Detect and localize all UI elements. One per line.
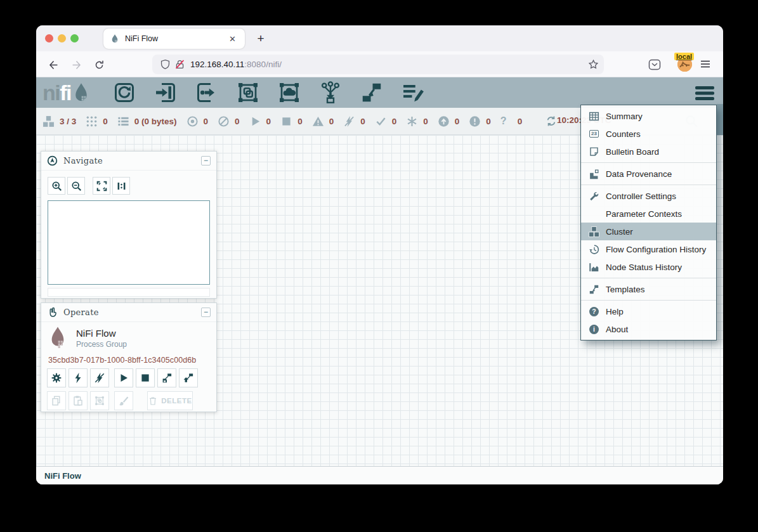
- status-value: 0: [360, 117, 365, 126]
- status-disabled: 0: [343, 115, 365, 127]
- status-stale: 0: [438, 115, 460, 127]
- close-window-button[interactable]: [45, 34, 53, 42]
- stop-square-button[interactable]: [136, 368, 155, 387]
- menu-divider: [581, 300, 716, 301]
- copy-button[interactable]: [47, 391, 66, 410]
- color-brush-button[interactable]: [114, 391, 133, 410]
- status-locally-modified-stale: 0: [469, 115, 491, 127]
- zoom-in-button[interactable]: [48, 177, 65, 195]
- status-up-to-date: 0: [375, 115, 397, 127]
- zoom-out-button[interactable]: [67, 177, 85, 195]
- revert-flow-version-button[interactable]: [179, 368, 198, 387]
- new-tab-button[interactable]: +: [252, 30, 269, 47]
- menu-item-data-provenance[interactable]: Data Provenance: [581, 165, 716, 183]
- zoom-fit-button[interactable]: [93, 177, 110, 195]
- url-bar[interactable]: 192.168.40.11:8080/nifi/: [152, 55, 604, 74]
- save-flow-version-button[interactable]: [157, 368, 176, 387]
- processor-icon[interactable]: [113, 81, 136, 104]
- disable-lightning-slash-button[interactable]: [90, 368, 109, 387]
- global-menu: Summary23CountersBulletin BoardData Prov…: [580, 105, 717, 341]
- not-transmitting-icon: [218, 115, 230, 127]
- menu-item-counters[interactable]: 23Counters: [581, 125, 716, 143]
- status-value: 0: [392, 117, 397, 126]
- menu-item-cluster[interactable]: Cluster: [581, 223, 716, 240]
- menu-item-controller-settings[interactable]: Controller Settings: [581, 187, 716, 205]
- menu-item-label: Templates: [606, 285, 645, 294]
- delete-button[interactable]: DELETE: [147, 391, 193, 410]
- disabled-icon: [343, 115, 355, 127]
- reload-button[interactable]: [91, 56, 107, 73]
- browser-tab[interactable]: NiFi Flow ✕: [103, 29, 245, 49]
- bookmark-star-icon[interactable]: [588, 59, 599, 70]
- back-button[interactable]: [45, 56, 62, 73]
- menu-item-help[interactable]: ?Help: [581, 302, 716, 320]
- menu-item-summary[interactable]: Summary: [581, 107, 716, 125]
- menu-item-flow-configuration-history[interactable]: Flow Configuration History: [581, 240, 716, 258]
- maximize-window-button[interactable]: [70, 34, 79, 42]
- running-icon: [249, 115, 261, 127]
- menu-item-label: Node Status History: [606, 263, 682, 272]
- template-icon[interactable]: [360, 81, 383, 104]
- operate-collapse-button[interactable]: −: [201, 308, 211, 317]
- browser-navbar: 192.168.40.11:8080/nifi/ local: [36, 51, 723, 77]
- sync-failure-icon: ?: [500, 115, 513, 127]
- remote-process-group-icon[interactable]: [278, 81, 301, 104]
- status-transmitting: 0: [186, 115, 209, 127]
- none-icon: [589, 209, 599, 219]
- browser-window: NiFi Flow ✕ + 192.168.40.11:8080/nifi/ l…: [36, 25, 723, 484]
- menu-item-label: Flow Configuration History: [606, 245, 706, 254]
- navigate-title: Navigate: [63, 156, 201, 165]
- operate-glove-icon: [47, 307, 58, 318]
- start-play-button[interactable]: [114, 368, 133, 387]
- menu-item-about[interactable]: iAbout: [581, 320, 716, 338]
- menu-divider: [581, 278, 716, 278]
- wrench-icon: [589, 191, 599, 202]
- navigate-collapse-button[interactable]: −: [201, 156, 211, 165]
- navigate-header[interactable]: Navigate −: [41, 152, 216, 171]
- funnel-icon[interactable]: [319, 81, 342, 104]
- firefox-menu-icon[interactable]: [700, 58, 711, 70]
- zoom-actual-button[interactable]: [112, 177, 130, 195]
- stopped-icon: [280, 115, 292, 127]
- paste-button[interactable]: [69, 391, 88, 410]
- breadcrumb[interactable]: NiFi Flow: [44, 471, 81, 481]
- status-invalid: 0: [312, 115, 334, 127]
- configure-gear-button[interactable]: [47, 368, 66, 387]
- menu-item-label: Summary: [606, 112, 643, 121]
- menu-divider: [581, 162, 716, 163]
- operate-title: Operate: [63, 308, 201, 317]
- nifi-header-toolbar: nifi: [36, 77, 723, 108]
- navigate-minimap[interactable]: [48, 200, 210, 285]
- process-group-icon[interactable]: [237, 81, 259, 104]
- cluster-cubes-icon: [589, 226, 599, 237]
- nifi-global-menu-icon[interactable]: [695, 86, 715, 100]
- threads-grid-icon: [86, 115, 98, 127]
- info-circle-icon: i: [589, 324, 599, 335]
- menu-item-bulletin-board[interactable]: Bulletin Board: [581, 143, 716, 160]
- url-text[interactable]: 192.168.40.11:8080/nifi/: [190, 60, 588, 69]
- tab-title: NiFi Flow: [125, 34, 226, 43]
- shield-icon[interactable]: [160, 59, 171, 70]
- label-icon[interactable]: [402, 81, 424, 104]
- menu-item-node-status-history[interactable]: Node Status History: [581, 258, 716, 276]
- status-sync-failure: ?0: [500, 115, 523, 127]
- status-value: 0: [103, 117, 108, 126]
- output-port-icon[interactable]: [195, 81, 218, 104]
- delete-label: DELETE: [161, 397, 192, 405]
- menu-item-parameter-contexts[interactable]: Parameter Contexts: [581, 205, 716, 223]
- group-button[interactable]: [90, 391, 109, 410]
- profile-badge: local: [674, 53, 694, 60]
- status-running: 0: [249, 115, 271, 127]
- breadcrumb-bar: NiFi Flow: [36, 466, 723, 484]
- input-port-icon[interactable]: [154, 81, 177, 104]
- insecure-lock-icon[interactable]: [174, 59, 185, 70]
- tab-close-button[interactable]: ✕: [226, 33, 239, 45]
- minimize-window-button[interactable]: [58, 34, 66, 42]
- forward-button[interactable]: [68, 56, 84, 73]
- pocket-icon[interactable]: [647, 57, 662, 72]
- operate-header[interactable]: Operate −: [41, 303, 216, 322]
- refresh-icon[interactable]: [546, 115, 557, 127]
- enable-lightning-button[interactable]: [69, 368, 88, 387]
- menu-item-label: Parameter Contexts: [606, 209, 682, 219]
- menu-item-templates[interactable]: Templates: [581, 280, 716, 298]
